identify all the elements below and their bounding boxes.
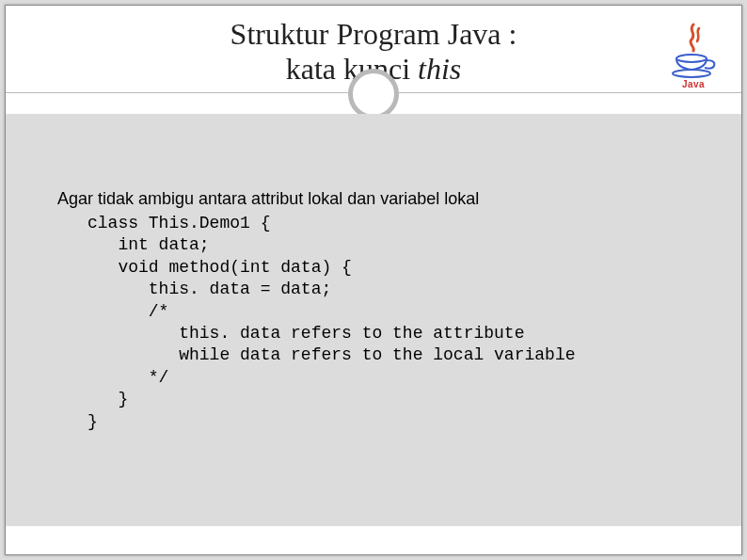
java-cup-icon <box>669 23 718 81</box>
slide-content: Agar tidak ambigu antara attribut lokal … <box>57 189 713 433</box>
svg-point-0 <box>676 55 707 62</box>
slide-header: Struktur Program Java : kata kunci this … <box>6 6 741 114</box>
title-ring-ornament <box>348 69 399 120</box>
intro-text: Agar tidak ambigu antara attribut lokal … <box>57 189 713 209</box>
title-line-1: Struktur Program Java : <box>230 17 517 51</box>
slide: Struktur Program Java : kata kunci this … <box>5 5 742 555</box>
title-keyword: this <box>418 52 461 86</box>
svg-point-1 <box>673 70 710 77</box>
java-logo-text: Java <box>682 79 705 89</box>
java-logo: Java <box>660 13 726 98</box>
code-block: class This.Demo1 { int data; void method… <box>57 213 713 433</box>
